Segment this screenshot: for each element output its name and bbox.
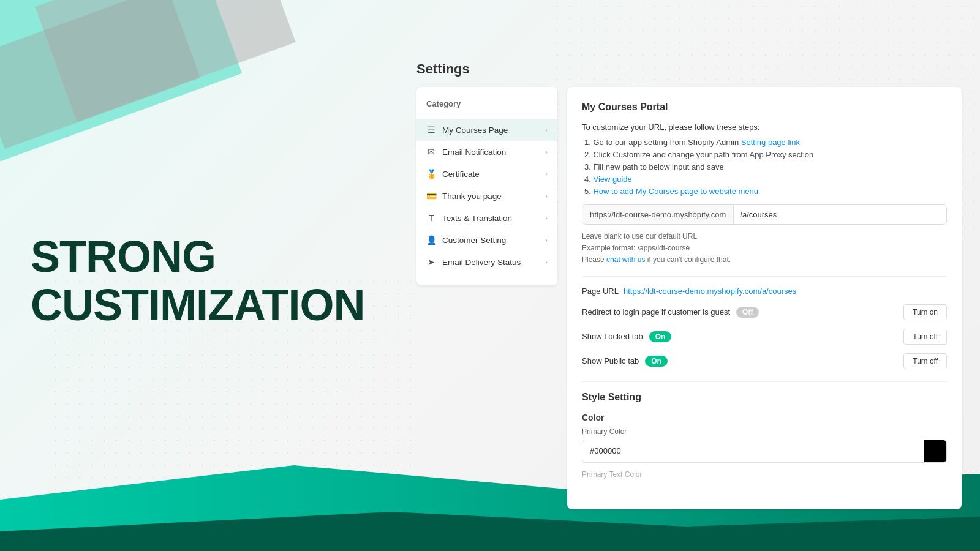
sidebar-item-texts-translation[interactable]: T Texts & Translation › xyxy=(417,207,557,229)
chevron-right-icon: › xyxy=(545,170,548,178)
hero-text: STRONG CUSTIMIZATION xyxy=(31,233,365,329)
page-url-label: Page URL xyxy=(582,287,619,296)
sidebar-label-thank-you-page: Thank you page xyxy=(442,192,502,201)
sidebar-label-my-courses-page: My Courses Page xyxy=(442,126,508,135)
step-3: Fill new path to below input and save xyxy=(584,162,947,171)
page-url-row: Page URL https://ldt-course-demo.myshopi… xyxy=(582,287,947,296)
divider-1 xyxy=(582,276,947,277)
sidebar-item-email-delivery-status[interactable]: ➤ Email Delivery Status › xyxy=(417,251,557,273)
mail-icon: ✉ xyxy=(426,147,436,157)
chevron-right-icon: › xyxy=(545,258,548,266)
chevron-right-icon: › xyxy=(545,236,548,244)
add-to-menu-link[interactable]: How to add My Courses page to website me… xyxy=(593,187,758,196)
chevron-right-icon: › xyxy=(545,126,548,133)
show-locked-label: Show Locked tab xyxy=(582,332,643,341)
step-2: Click Customize and change your path fro… xyxy=(584,150,947,159)
redirect-toggle-row: Redirect to login page if customer is gu… xyxy=(582,304,947,320)
redirect-turn-on-button[interactable]: Turn on xyxy=(903,304,947,320)
category-card: Category ☰ My Courses Page › ✉ Email Not… xyxy=(417,87,557,285)
person-icon: 👤 xyxy=(426,235,436,245)
hero-line2: CUSTIMIZATION xyxy=(31,280,365,329)
primary-color-input-row xyxy=(582,440,947,463)
hint-text: Leave blank to use our default URL Examp… xyxy=(582,231,947,266)
url-input-wrapper: https://ldt-course-demo.myshopify.com xyxy=(582,204,947,225)
list-icon: ☰ xyxy=(426,125,436,135)
sidebar-item-email-notification[interactable]: ✉ Email Notification › xyxy=(417,141,557,163)
main-content-card: My Courses Portal To customize your URL,… xyxy=(567,87,962,509)
step-1: Go to our app setting from Shopify Admin… xyxy=(584,138,947,147)
chat-link[interactable]: chat with us xyxy=(606,255,645,264)
chevron-right-icon: › xyxy=(545,148,548,156)
view-guide-link[interactable]: View guide xyxy=(593,174,631,184)
sidebar-item-thank-you-page[interactable]: 💳 Thank you page › xyxy=(417,185,557,207)
chevron-right-icon: › xyxy=(545,192,548,200)
send-icon: ➤ xyxy=(426,257,436,267)
show-locked-status-badge: On xyxy=(649,331,672,342)
show-public-toggle-row: Show Public tab On Turn off xyxy=(582,353,947,369)
step-5: How to add My Courses page to website me… xyxy=(584,187,947,196)
sidebar-label-customer-setting: Customer Setting xyxy=(442,236,506,245)
page-url-link[interactable]: https://ldt-course-demo.myshopify.com/a/… xyxy=(624,287,796,296)
sidebar-label-certificate: Certificate xyxy=(442,170,480,179)
page-title: Settings xyxy=(417,61,962,77)
show-locked-turn-off-button[interactable]: Turn off xyxy=(903,329,947,345)
url-path-input[interactable] xyxy=(734,205,946,224)
primary-color-swatch[interactable] xyxy=(924,440,946,462)
style-setting-section: Style Setting Color Primary Color Primar… xyxy=(582,381,947,479)
show-public-label: Show Public tab xyxy=(582,356,639,365)
text-icon: T xyxy=(426,213,436,223)
sidebar-item-my-courses-page[interactable]: ☰ My Courses Page › xyxy=(417,119,557,141)
primary-color-input[interactable] xyxy=(582,441,924,460)
show-public-status-badge: On xyxy=(645,356,668,367)
sidebar-item-customer-setting[interactable]: 👤 Customer Setting › xyxy=(417,229,557,251)
step-4: View guide xyxy=(584,174,947,184)
sidebar-label-texts-translation: Texts & Translation xyxy=(442,214,512,223)
redirect-label: Redirect to login page if customer is gu… xyxy=(582,307,730,317)
instruction-heading: To customize your URL, please follow the… xyxy=(582,122,947,132)
sidebar-item-certificate[interactable]: 🏅 Certificate › xyxy=(417,163,557,185)
color-section-title: Color xyxy=(582,413,947,422)
card-icon: 💳 xyxy=(426,191,436,201)
portal-title: My Courses Portal xyxy=(582,102,947,113)
settings-panel: Settings Category ☰ My Courses Page › ✉ … xyxy=(417,61,962,514)
sidebar-label-email-delivery-status: Email Delivery Status xyxy=(442,258,521,267)
setting-page-link[interactable]: Setting page link xyxy=(741,138,800,147)
style-setting-title: Style Setting xyxy=(582,392,947,403)
primary-color-label: Primary Color xyxy=(582,427,947,436)
hero-line1: STRONG xyxy=(31,232,216,281)
category-title: Category xyxy=(417,99,557,116)
show-locked-toggle-row: Show Locked tab On Turn off xyxy=(582,329,947,345)
sidebar-label-email-notification: Email Notification xyxy=(442,148,506,157)
redirect-status-badge: Off xyxy=(736,307,759,318)
steps-list: Go to our app setting from Shopify Admin… xyxy=(582,138,947,196)
chevron-right-icon: › xyxy=(545,214,548,222)
settings-content: Category ☰ My Courses Page › ✉ Email Not… xyxy=(417,87,962,509)
url-base-display: https://ldt-course-demo.myshopify.com xyxy=(582,205,734,224)
badge-icon: 🏅 xyxy=(426,169,436,179)
show-public-turn-off-button[interactable]: Turn off xyxy=(903,353,947,369)
primary-text-color-label: Primary Text Color xyxy=(582,470,947,479)
